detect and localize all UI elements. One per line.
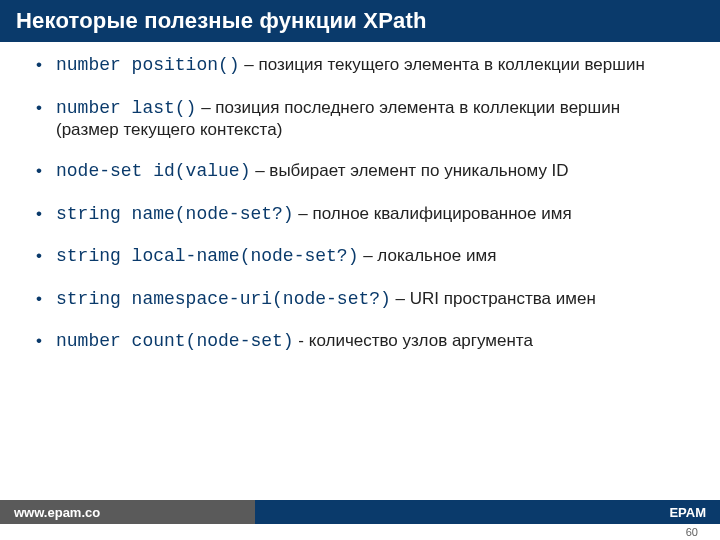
function-code: node-set id(value) [56, 161, 250, 181]
function-code: number position() [56, 55, 240, 75]
list-item: • number last() – позиция последнего эле… [36, 97, 684, 141]
function-desc: – позиция текущего элемента в коллекции … [240, 55, 645, 74]
footer-brand: EPAM [255, 500, 720, 524]
function-desc: - количество узлов аргумента [294, 331, 533, 350]
list-item: • node-set id(value) – выбирает элемент … [36, 160, 684, 183]
bullet-icon: • [36, 160, 42, 181]
list-item: • number position() – позиция текущего э… [36, 54, 684, 77]
bullet-icon: • [36, 245, 42, 266]
list-item: • string namespace-uri(node-set?) – URI … [36, 288, 684, 311]
bullet-icon: • [36, 330, 42, 351]
function-code: number last() [56, 98, 196, 118]
slide-content: • number position() – позиция текущего э… [0, 42, 720, 353]
list-item: • string name(node-set?) – полное квалиф… [36, 203, 684, 226]
function-code: string namespace-uri(node-set?) [56, 289, 391, 309]
function-code: string local-name(node-set?) [56, 246, 358, 266]
page-number: 60 [686, 526, 698, 538]
list-item: • number count(node-set) - количество уз… [36, 330, 684, 353]
footer-bar: www.epam.co EPAM [0, 500, 720, 524]
footer-url: www.epam.co [0, 500, 255, 524]
function-list: • number position() – позиция текущего э… [36, 54, 684, 353]
bullet-icon: • [36, 203, 42, 224]
function-desc: – полное квалифицированное имя [294, 204, 572, 223]
list-item: • string local-name(node-set?) – локальн… [36, 245, 684, 268]
function-desc: – URI пространства имен [391, 289, 596, 308]
function-desc: – локальное имя [358, 246, 496, 265]
bullet-icon: • [36, 54, 42, 75]
bullet-icon: • [36, 288, 42, 309]
slide-title: Некоторые полезные функции XPath [0, 0, 720, 42]
function-desc: – выбирает элемент по уникальному ID [250, 161, 568, 180]
function-code: number count(node-set) [56, 331, 294, 351]
function-code: string name(node-set?) [56, 204, 294, 224]
bullet-icon: • [36, 97, 42, 118]
